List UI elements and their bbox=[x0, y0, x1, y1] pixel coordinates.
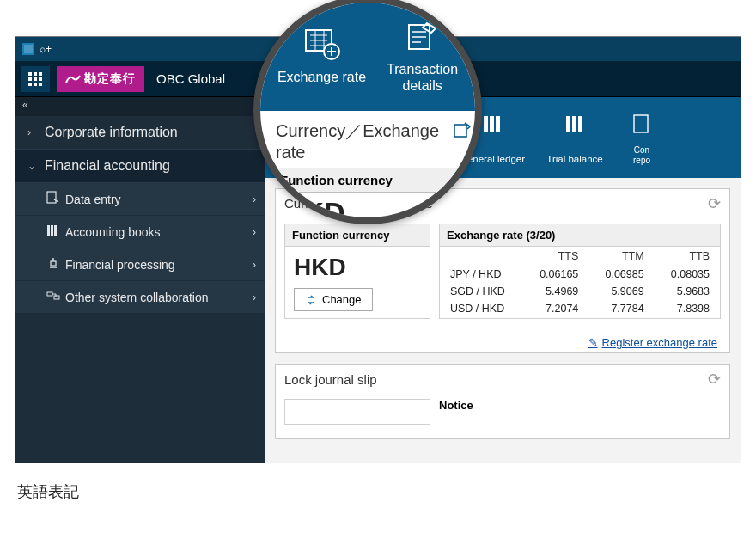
sidebar-collapse[interactable]: « bbox=[15, 97, 265, 116]
transaction-details-icon bbox=[405, 20, 441, 52]
col-ttm: TTM bbox=[588, 247, 654, 266]
svg-rect-14 bbox=[54, 225, 57, 236]
sidebar-sub-accounting-books[interactable]: Accounting books › bbox=[15, 216, 265, 248]
product-name: OBC Global bbox=[156, 71, 225, 86]
app-logo-icon bbox=[22, 43, 34, 55]
tile-label: Trial balance bbox=[546, 154, 602, 166]
function-currency-box: Function currency HKD Change bbox=[284, 224, 430, 319]
chevron-right-icon: › bbox=[27, 126, 40, 138]
chevron-down-icon: ⌄ bbox=[27, 160, 40, 172]
change-button[interactable]: Change bbox=[294, 288, 373, 311]
general-ledger-icon bbox=[480, 111, 504, 137]
trial-balance-icon bbox=[563, 111, 587, 137]
table-row: JPY / HKD0.061650.069850.08035 bbox=[440, 266, 720, 283]
chevron-right-icon: › bbox=[253, 226, 256, 238]
svg-rect-6 bbox=[34, 77, 37, 81]
svg-rect-4 bbox=[39, 72, 42, 76]
sidebar-item-financial-accounting[interactable]: ⌄ Financial accounting bbox=[15, 150, 265, 183]
svg-rect-21 bbox=[484, 116, 488, 132]
svg-rect-31 bbox=[454, 125, 466, 137]
sidebar-sub-other-system-collaboration[interactable]: Other system collaboration › bbox=[15, 281, 265, 314]
sidebar-sub-label: Data entry bbox=[65, 193, 121, 206]
caption-text: 英語表記 bbox=[17, 481, 79, 502]
exchange-rate-box: Exchange rate (3/20) TTS TTM TTB JPY / H… bbox=[439, 224, 721, 319]
tile-label: Exchange rate bbox=[277, 69, 366, 85]
lens-fc-head: Function currency bbox=[273, 168, 462, 193]
books-icon bbox=[46, 224, 65, 240]
svg-rect-2 bbox=[28, 72, 32, 76]
svg-rect-16 bbox=[47, 292, 52, 296]
brand-mark-icon bbox=[65, 73, 81, 85]
sidebar-item-corporate-information[interactable]: › Corporate information bbox=[15, 116, 265, 150]
sidebar-sub-data-entry[interactable]: Data entry › bbox=[15, 183, 265, 216]
transaction-details-tile-zoom: Transaction details bbox=[387, 20, 458, 94]
svg-rect-17 bbox=[54, 296, 59, 299]
magnifier-lens: Exchange rate Transaction details Curren… bbox=[253, 0, 482, 224]
titlebar-search-glyph[interactable]: ⌕+ bbox=[40, 43, 52, 55]
svg-rect-27 bbox=[634, 115, 648, 132]
refresh-icon[interactable]: ⟳ bbox=[708, 370, 721, 389]
table-header-row: TTS TTM TTB bbox=[440, 247, 720, 266]
col-tts: TTS bbox=[523, 247, 588, 266]
svg-rect-1 bbox=[24, 45, 33, 53]
sidebar: « › Corporate information ⌄ Financial ac… bbox=[15, 97, 265, 463]
svg-rect-24 bbox=[566, 116, 570, 132]
register-icon: ✎ bbox=[588, 336, 598, 349]
refresh-icon[interactable]: ⟳ bbox=[708, 194, 721, 213]
svg-rect-26 bbox=[578, 116, 582, 132]
exchange-rate-tile-zoom: Exchange rate bbox=[277, 28, 366, 85]
tile-label: Transaction details bbox=[387, 61, 458, 94]
collab-icon bbox=[46, 289, 65, 305]
exchange-rate-head: Exchange rate (3/20) bbox=[440, 224, 720, 247]
panel-title: Lock journal slip bbox=[284, 372, 377, 387]
svg-rect-5 bbox=[28, 77, 32, 81]
sidebar-item-label: Financial accounting bbox=[45, 158, 170, 174]
function-currency-head: Function currency bbox=[285, 224, 430, 247]
lens-panel-title: Currency／Exchange rate bbox=[272, 119, 463, 162]
chevron-right-icon: › bbox=[253, 291, 256, 303]
function-currency-value: HKD bbox=[294, 254, 421, 281]
svg-rect-8 bbox=[28, 83, 32, 86]
svg-rect-10 bbox=[39, 83, 42, 86]
lens-tile-row: Exchange rate Transaction details bbox=[260, 3, 475, 111]
grid-icon bbox=[28, 72, 42, 86]
exchange-rate-table: TTS TTM TTB JPY / HKD0.061650.069850.080… bbox=[440, 247, 720, 317]
notice-head: Notice bbox=[439, 399, 721, 415]
processing-icon bbox=[46, 256, 65, 273]
notice-area: Notice bbox=[439, 399, 721, 425]
lock-journal-panel: Lock journal slip ⟳ Notice bbox=[275, 364, 730, 439]
app-grid-button[interactable] bbox=[21, 66, 50, 92]
reports-tile[interactable]: Conrepo bbox=[620, 106, 663, 173]
sidebar-item-label: Corporate information bbox=[45, 125, 178, 140]
sidebar-sub-label: Accounting books bbox=[65, 225, 161, 239]
register-exchange-rate-link[interactable]: ✎Register exchange rate bbox=[276, 331, 729, 352]
sidebar-sub-financial-processing[interactable]: Financial processing › bbox=[15, 248, 265, 281]
trial-balance-tile[interactable]: Trial balance bbox=[538, 106, 612, 173]
col-ttb: TTB bbox=[655, 247, 720, 266]
table-row: USD / HKD7.20747.77847.8398 bbox=[440, 300, 720, 317]
svg-rect-7 bbox=[39, 77, 42, 81]
chevron-right-icon: › bbox=[253, 193, 256, 205]
svg-rect-12 bbox=[47, 225, 50, 236]
svg-rect-13 bbox=[51, 225, 53, 236]
edit-icon bbox=[453, 121, 472, 140]
chevron-right-icon: › bbox=[253, 259, 256, 271]
sidebar-sub-label: Financial processing bbox=[65, 258, 175, 272]
svg-rect-11 bbox=[47, 192, 56, 203]
svg-rect-22 bbox=[490, 116, 494, 132]
svg-rect-3 bbox=[34, 72, 37, 76]
sidebar-sub-label: Other system collaboration bbox=[65, 291, 209, 304]
brand-logo: 勘定奉行 bbox=[57, 66, 144, 92]
retweet-icon bbox=[305, 294, 317, 306]
svg-rect-25 bbox=[572, 116, 576, 132]
reports-icon bbox=[631, 111, 652, 137]
exchange-rate-icon bbox=[303, 28, 341, 60]
svg-rect-23 bbox=[496, 116, 500, 132]
lock-journal-field[interactable] bbox=[284, 399, 430, 425]
svg-rect-9 bbox=[34, 83, 37, 86]
svg-rect-15 bbox=[51, 261, 56, 266]
tile-label: Conrepo bbox=[633, 145, 650, 166]
data-entry-icon bbox=[46, 191, 65, 207]
table-row: SGD / HKD5.49695.90695.9683 bbox=[440, 283, 720, 300]
